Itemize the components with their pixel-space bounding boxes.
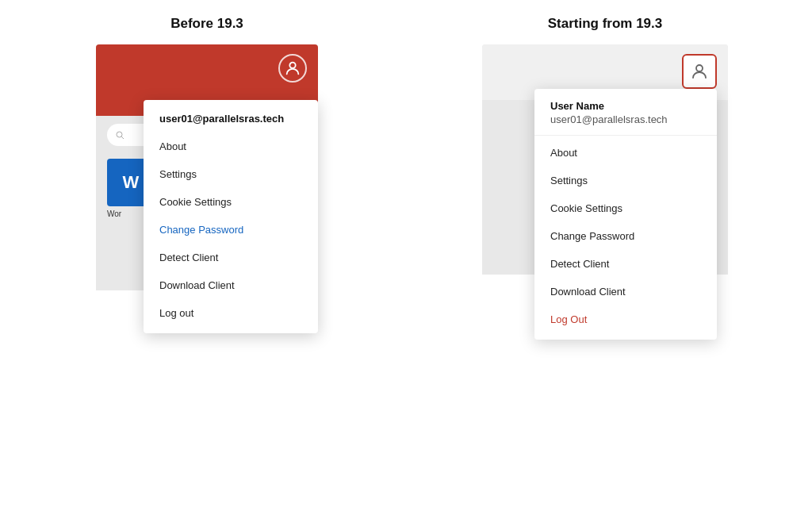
dropdown-after: User Name user01@parallelsras.tech About… bbox=[534, 89, 717, 340]
after-menu-download-client[interactable]: Download Client bbox=[534, 278, 717, 305]
svg-point-3 bbox=[696, 65, 703, 71]
after-menu-detect-client[interactable]: Detect Client bbox=[534, 250, 717, 278]
user-icon-before[interactable] bbox=[278, 54, 307, 83]
after-menu-cookie-settings[interactable]: Cookie Settings bbox=[534, 194, 717, 222]
right-panel: Starting from 19.3 User Name user01@para… bbox=[422, 16, 788, 275]
app-label: Wor bbox=[107, 209, 121, 218]
after-menu-logout[interactable]: Log Out bbox=[534, 305, 717, 333]
dropdown-before: user01@parallelsras.tech About Settings … bbox=[144, 100, 318, 333]
before-menu-detect-client[interactable]: Detect Client bbox=[144, 244, 318, 271]
after-username-value: user01@parallelsras.tech bbox=[534, 113, 717, 136]
after-menu-settings[interactable]: Settings bbox=[534, 167, 717, 194]
before-menu-change-password[interactable]: Change Password bbox=[144, 216, 318, 244]
svg-line-2 bbox=[121, 136, 124, 139]
user-icon-after[interactable] bbox=[682, 54, 717, 89]
before-menu-logout[interactable]: Log out bbox=[144, 299, 318, 327]
before-menu-username: user01@parallelsras.tech bbox=[144, 106, 318, 133]
app-letter: W bbox=[123, 172, 140, 193]
main-container: Before 19.3 bbox=[0, 0, 812, 511]
right-panel-title: Starting from 19.3 bbox=[548, 16, 663, 32]
before-menu-settings[interactable]: Settings bbox=[144, 160, 318, 188]
after-username-label: User Name bbox=[534, 100, 717, 113]
svg-point-1 bbox=[117, 132, 122, 137]
svg-point-0 bbox=[289, 63, 295, 68]
after-menu-change-password[interactable]: Change Password bbox=[534, 222, 717, 250]
left-panel: Before 19.3 bbox=[24, 16, 390, 290]
after-mockup: User Name user01@parallelsras.tech About… bbox=[482, 44, 728, 275]
left-panel-title: Before 19.3 bbox=[170, 16, 243, 32]
before-menu-cookie-settings[interactable]: Cookie Settings bbox=[144, 188, 318, 216]
before-menu-download-client[interactable]: Download Client bbox=[144, 271, 318, 299]
after-menu-about[interactable]: About bbox=[534, 139, 717, 167]
before-mockup: W Wor user01@parallelsras.tech About Set… bbox=[96, 44, 318, 290]
before-menu-about[interactable]: About bbox=[144, 133, 318, 160]
